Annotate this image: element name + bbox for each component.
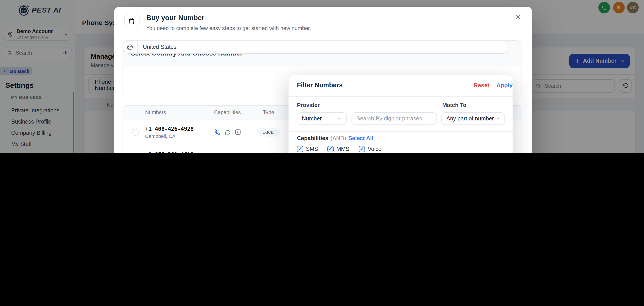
filter-numbers-panel: Filter Numbers Reset Apply Provider Matc… xyxy=(288,75,513,153)
screen: PEST AI Demo Account Los Angeles, CA xyxy=(0,0,644,153)
row-radio[interactable] xyxy=(132,129,138,135)
chevron-down-icon xyxy=(496,116,500,121)
capabilities-checkboxes: ✓SMS ✓MMS ✓Voice xyxy=(297,146,382,152)
digit-search-input[interactable] xyxy=(352,112,437,125)
mms-image-icon xyxy=(234,129,241,135)
divider xyxy=(289,131,512,131)
modal-subtitle: You need to complete few easy steps to g… xyxy=(146,25,311,31)
provider-select[interactable]: Number xyxy=(297,112,346,125)
country-value: United States xyxy=(138,44,176,50)
reset-button[interactable]: Reset xyxy=(474,82,490,88)
phone-location: Campbell, CA xyxy=(145,133,212,139)
globe-icon xyxy=(123,41,138,53)
modal-title: Buy your Number xyxy=(146,14,204,22)
close-icon[interactable] xyxy=(513,12,523,22)
match-to-label: Match To xyxy=(442,102,466,108)
col-capabilities: Capabilities xyxy=(212,110,242,115)
chevron-down-icon xyxy=(337,116,342,121)
checked-checkbox-icon: ✓ xyxy=(359,146,365,152)
capability-icons xyxy=(212,129,242,135)
col-numbers: Numbers xyxy=(145,110,212,115)
checked-checkbox-icon: ✓ xyxy=(327,146,334,152)
checkbox-sms[interactable]: ✓SMS xyxy=(297,146,318,152)
provider-label: Provider xyxy=(297,102,320,108)
sms-chat-icon xyxy=(224,129,230,135)
col-type: Type xyxy=(242,110,294,115)
divider xyxy=(289,96,512,97)
match-to-value: Any part of number xyxy=(446,115,494,122)
type-badge: Local xyxy=(257,128,280,137)
shopping-bag-icon xyxy=(124,13,139,28)
provider-value: Number xyxy=(302,115,322,122)
phone-number: +1 408-426-4928 xyxy=(145,125,212,132)
capabilities-section-label: Capabilities (AND) Select All xyxy=(297,135,373,141)
country-select[interactable]: United States xyxy=(122,41,508,54)
match-to-select[interactable]: Any part of number xyxy=(442,112,505,125)
filter-title: Filter Numbers xyxy=(297,81,343,88)
checked-checkbox-icon: ✓ xyxy=(297,146,303,152)
checkbox-voice[interactable]: ✓Voice xyxy=(359,146,382,152)
select-all-capabilities-link[interactable]: Select All xyxy=(348,135,374,141)
apply-button[interactable]: Apply xyxy=(496,82,512,88)
phone-number: +1 858-281-4618 xyxy=(145,151,212,153)
voice-phone-icon xyxy=(214,129,220,135)
checkbox-mms[interactable]: ✓MMS xyxy=(327,146,349,152)
